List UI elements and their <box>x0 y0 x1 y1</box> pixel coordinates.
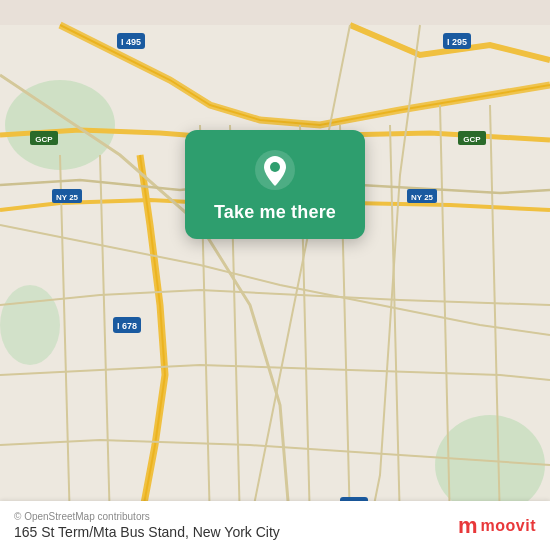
svg-text:I 295: I 295 <box>447 37 467 47</box>
svg-text:GCP: GCP <box>35 135 53 144</box>
copyright-text: © OpenStreetMap contributors <box>14 511 280 522</box>
svg-text:I 495: I 495 <box>121 37 141 47</box>
svg-text:I 678: I 678 <box>117 321 137 331</box>
svg-point-2 <box>435 415 545 515</box>
location-pin-icon <box>253 148 297 192</box>
svg-text:NY 25: NY 25 <box>411 193 434 202</box>
bottom-bar: © OpenStreetMap contributors 165 St Term… <box>0 501 550 550</box>
map-container: I 495 I 295 GCP GCP NY 25 NY 25 I 678 67… <box>0 0 550 550</box>
svg-text:NY 25: NY 25 <box>56 193 79 202</box>
location-card[interactable]: Take me there <box>185 130 365 239</box>
location-info: © OpenStreetMap contributors 165 St Term… <box>14 511 280 540</box>
svg-point-3 <box>0 285 60 365</box>
svg-point-21 <box>270 162 280 172</box>
map-background: I 495 I 295 GCP GCP NY 25 NY 25 I 678 67… <box>0 0 550 550</box>
svg-text:GCP: GCP <box>463 135 481 144</box>
moovit-wordmark: moovit <box>481 517 536 535</box>
moovit-logo: m moovit <box>458 513 536 539</box>
moovit-m-letter: m <box>458 513 477 539</box>
take-me-there-button[interactable]: Take me there <box>214 202 336 223</box>
location-name: 165 St Term/Mta Bus Stand, New York City <box>14 524 280 540</box>
